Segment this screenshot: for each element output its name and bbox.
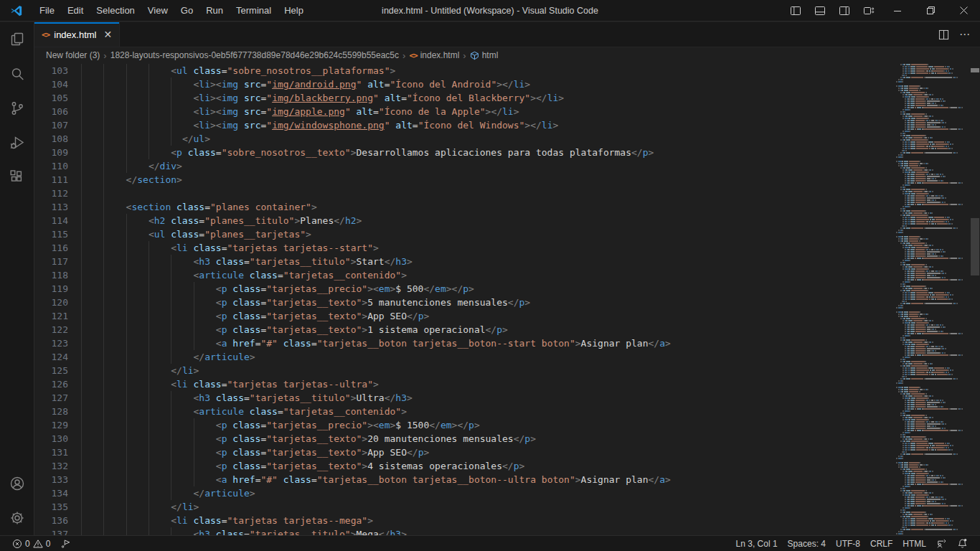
code-line[interactable]: 123<a href="#" class="tarjetas__boton ta… [34,336,890,350]
activity-item-extensions[interactable] [0,160,34,194]
minimap-line [890,161,970,162]
code-line[interactable]: 119<p class="tarjetas__precio"><em>$ 500… [34,282,890,296]
breadcrumb-item-1[interactable]: 1828-layouts-responsivos-0eb5f677738d89e… [110,50,399,60]
code-line[interactable]: 107<li><img src="img/windowsphone.png" a… [34,118,890,132]
toggle-panel-button[interactable] [808,0,832,21]
flag-status-item[interactable] [55,536,76,551]
indent-guide [126,459,127,473]
code-line[interactable]: 113<section class="planes container"> [34,200,890,214]
live-share-status-item[interactable] [931,536,952,551]
code-line[interactable]: 118<articule class="tarjetas__contenido"… [34,268,890,282]
activity-item-source-control[interactable] [0,91,34,126]
code-line[interactable]: 129<p class="tarjetas__precio"><em>$ 150… [34,418,890,432]
code-line[interactable]: 133<a href="#" class="tarjetas__boton ta… [34,473,890,486]
code-line[interactable]: 109<p class="sobre_nosotros__texto">Desa… [34,146,890,159]
code-line[interactable]: 114<h2 class="planes__titulo">Planes</h2… [34,214,890,227]
minimap-line [890,518,970,519]
code-line[interactable]: 115<ul class="planes__tarjetas"> [34,227,890,241]
code-line[interactable]: 130<p class="tarjetas__texto">20 manuten… [34,432,890,446]
code-line[interactable]: 105<li><img src="img/blackberry.png" alt… [34,91,890,105]
activity-item-accounts[interactable] [0,466,34,501]
menu-run[interactable]: Run [199,0,230,21]
menu-go[interactable]: Go [174,0,199,21]
code-line[interactable]: 121<p class="tarjetas__texto">App SEO</p… [34,309,890,323]
minimap-line [890,288,970,289]
tab-close-icon[interactable]: ✕ [104,29,113,40]
line-content: <articule class="tarjetas__contenido"> [81,268,890,282]
line-content: </articule> [81,350,890,364]
code-line[interactable]: 128<articule class="tarjetas__contenido"… [34,405,890,418]
tab-index-html[interactable]: <> index.html ✕ [34,22,120,47]
code-line[interactable]: 137<h3 class="tarjetas__titulo">Mega</h3… [34,527,890,535]
code-line[interactable]: 104<li><img src="img/android.png" alt="Í… [34,77,890,91]
close-window-button[interactable] [947,0,980,21]
activity-item-run-debug[interactable] [0,126,34,160]
minimap[interactable] [890,64,970,535]
code-line[interactable]: 122<p class="tarjetas__texto">1 sistema … [34,323,890,336]
restore-button[interactable] [914,0,947,21]
breadcrumb-item-2[interactable]: <>index.html [409,50,459,60]
menu-edit[interactable]: Edit [61,0,90,21]
code-line[interactable]: 135</li> [34,500,890,514]
minimap-line [890,208,970,209]
menu-file[interactable]: File [33,0,61,21]
code-editor[interactable]: 103<ul class="sobre_nosotros__plataforma… [34,64,980,535]
status-encoding[interactable]: UTF-8 [831,536,865,551]
minimap-line [890,501,970,502]
indent-guide [126,350,127,364]
scrollbar-thumb[interactable] [971,218,979,276]
minimap-line [890,258,970,259]
code-line[interactable]: 131<p class="tarjetas__texto">App SEO</p… [34,446,890,459]
code-line[interactable]: 132<p class="tarjetas__texto">4 sistemas… [34,459,890,473]
code-line[interactable]: 110</div> [34,159,890,173]
menu-selection[interactable]: Selection [90,0,141,21]
indent-guide [81,500,82,514]
code-line[interactable]: 127<h3 class="tarjetas__titulo">Ultra</h… [34,391,890,405]
menu-view[interactable]: View [141,0,174,21]
code-line[interactable]: 117<h3 class="tarjetas__titulo">Start</h… [34,255,890,268]
status-eol-sequence[interactable]: CRLF [865,536,897,551]
activity-item-explorer[interactable] [0,22,34,57]
toggle-primary-sidebar-button[interactable] [783,0,808,21]
minimap-line [890,234,970,235]
customize-layout-button[interactable] [857,0,881,21]
indent-guide [126,500,127,514]
activity-item-settings[interactable] [0,501,34,535]
more-actions-button[interactable]: ⋯ [959,28,970,41]
vertical-scrollbar[interactable] [970,64,980,535]
activity-item-search[interactable] [0,57,34,91]
minimize-button[interactable] [881,0,914,21]
code-line[interactable]: 134</articule> [34,486,890,500]
line-content: <ul class="sobre_nosotros__plataformas"> [81,64,890,77]
status-indentation[interactable]: Spaces: 4 [783,536,831,551]
indent-guide [171,336,171,350]
status-cursor-position[interactable]: Ln 3, Col 1 [731,536,783,551]
code-line[interactable]: 136<li class="tarjetas tarjetas--mega"> [34,514,890,527]
line-content: <li><img src="img/android.png" alt="Ícon… [81,77,890,91]
menu-help[interactable]: Help [278,0,310,21]
code-line[interactable]: 126<li class="tarjetas tarjetas--ultra"> [34,377,890,391]
problems-indicator[interactable]: 0 0 [7,536,55,551]
code-line[interactable]: 103<ul class="sobre_nosotros__plataforma… [34,64,890,77]
toggle-secondary-sidebar-button[interactable] [832,0,857,21]
code-line[interactable]: 106<li><img src="img/apple.png" alt="Íco… [34,105,890,118]
split-editor-button[interactable] [938,29,949,40]
code-line[interactable]: 108</ul> [34,132,890,146]
code-line[interactable]: 125</li> [34,364,890,377]
code-line[interactable]: 120<p class="tarjetas__texto">5 manutenc… [34,296,890,309]
indent-guide [81,77,82,91]
code-line[interactable]: 124</articule> [34,350,890,364]
minimap-line [890,195,970,197]
minimap-line [890,199,970,201]
code-line[interactable]: 116<li class="tarjetas tarjetas--start"> [34,241,890,255]
code-line[interactable]: 112 [34,187,890,200]
status-language-mode[interactable]: HTML [897,536,931,551]
minimap-line [890,423,970,425]
breadcrumb-item-3[interactable]: html [470,50,499,60]
code-line[interactable]: 111</section> [34,173,890,187]
breadcrumb-item-0[interactable]: New folder (3) [46,50,100,60]
menu-terminal[interactable]: Terminal [230,0,278,21]
minimap-line [890,490,970,491]
notifications-bell-button[interactable] [952,536,973,551]
indent-guide [81,241,82,255]
